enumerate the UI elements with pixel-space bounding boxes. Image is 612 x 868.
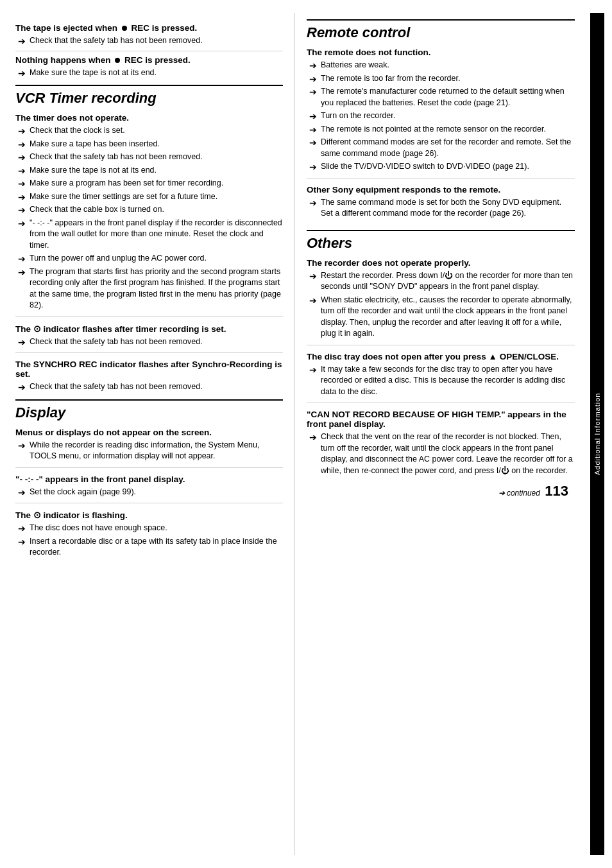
high-temp-title: "CAN NOT RECORD BECAUSE OF HIGH TEMP." a… bbox=[307, 410, 575, 429]
bullet-text: "- -:- -" appears in the front panel dis… bbox=[30, 218, 283, 252]
bullet-text: When static electricity, etc., causes th… bbox=[321, 295, 575, 340]
bullet-text: While the recorder is reading disc infor… bbox=[30, 440, 283, 462]
bullet-text: Make sure the tape is not at its end. bbox=[30, 67, 283, 79]
bullet-text: Make sure a tape has been inserted. bbox=[30, 139, 283, 150]
arrow-icon: ➔ bbox=[18, 267, 26, 277]
bullet-text: Slide the TV/DVD·VIDEO switch to DVD·VID… bbox=[321, 161, 575, 173]
vcr-timer-section-title: VCR Timer recording bbox=[15, 85, 283, 107]
bullet-text: Check that the vent on the rear of the r… bbox=[321, 431, 575, 476]
side-tab-label: Additional Information bbox=[593, 393, 601, 475]
bullet-text: Make sure a program has been set for tim… bbox=[30, 178, 283, 189]
arrow-icon: ➔ bbox=[18, 178, 26, 189]
recorder-not-operate-title: The recorder does not operate properly. bbox=[307, 258, 575, 268]
menus-not-appear-title: Menus or displays do not appear on the s… bbox=[15, 428, 283, 437]
arrow-icon: ➔ bbox=[18, 166, 26, 176]
bullet-item: ➔ The remote's manufacturer code returne… bbox=[307, 86, 575, 108]
bullet-item: ➔ "- -:- -" appears in the front panel d… bbox=[15, 218, 283, 252]
arrow-icon: ➔ bbox=[309, 198, 317, 208]
bullet-item: ➔ Turn on the recorder. bbox=[307, 110, 575, 122]
right-column: Remote control The remote does not funct… bbox=[295, 13, 590, 855]
bullet-text: Restart the recorder. Press down I/⏻ on … bbox=[321, 270, 575, 293]
tape-ejected-section: The tape is ejected when REC is pressed.… bbox=[15, 19, 283, 47]
remote-control-title: Remote control bbox=[307, 19, 575, 41]
bullet-item: ➔ Make sure the tape is not at its end. bbox=[15, 165, 283, 177]
bullet-text: Turn the power off and unplug the AC pow… bbox=[30, 253, 283, 265]
bullet-item: ➔ Batteries are weak. bbox=[307, 60, 575, 71]
bullet-item: ➔ Set the clock again (page 99). bbox=[15, 487, 283, 498]
synchro-rec-title: The SYNCHRO REC indicator flashes after … bbox=[15, 360, 283, 379]
arrow-icon: ➔ bbox=[18, 382, 26, 392]
bullet-text: Insert a recordable disc or a tape with … bbox=[30, 536, 283, 559]
bullet-item: ➔ Check that the safety tab has not been… bbox=[15, 336, 283, 348]
bullet-text: The program that starts first has priori… bbox=[30, 266, 283, 311]
bullet-item: ➔ Check that the safety tab has not been… bbox=[15, 35, 283, 47]
bullet-text: Check that the safety tab has not been r… bbox=[30, 381, 283, 393]
bullet-text: Turn on the recorder. bbox=[321, 110, 575, 122]
divider bbox=[307, 403, 575, 403]
left-column: The tape is ejected when REC is pressed.… bbox=[0, 13, 295, 855]
bullet-text: Set the clock again (page 99). bbox=[30, 487, 283, 498]
arrow-icon: ➔ bbox=[18, 68, 26, 78]
arrow-icon: ➔ bbox=[18, 537, 26, 547]
bullet-item: ➔ Make sure the timer settings are set f… bbox=[15, 191, 283, 203]
bullet-text: Check that the cable box is turned on. bbox=[30, 204, 283, 216]
bullet-item: ➔ The remote is not pointed at the remot… bbox=[307, 124, 575, 135]
divider bbox=[307, 345, 575, 345]
bullet-item: ➔ The program that starts first has prio… bbox=[15, 266, 283, 311]
divider bbox=[15, 317, 283, 317]
timer-not-operate-title: The timer does not operate. bbox=[15, 113, 283, 123]
others-section-title: Others bbox=[307, 230, 575, 252]
arrow-icon: ➔ bbox=[309, 125, 317, 135]
bullet-text: Make sure the tape is not at its end. bbox=[30, 165, 283, 177]
bullet-text: Check that the clock is set. bbox=[30, 125, 283, 137]
bullet-item: ➔ Check that the safety tab has not been… bbox=[15, 381, 283, 393]
bullet-item: ➔ Make sure the tape is not at its end. bbox=[15, 67, 283, 79]
bullet-item: ➔ The disc does not have enough space. bbox=[15, 523, 283, 534]
bullet-item: ➔ Insert a recordable disc or a tape wit… bbox=[15, 536, 283, 559]
indicator-flashing-title: The ⊙ indicator is flashing. bbox=[15, 510, 283, 520]
other-sony-title: Other Sony equipment responds to the rem… bbox=[307, 185, 575, 195]
continued-text: ➔ continued bbox=[498, 489, 540, 498]
bullet-item: ➔ Make sure a tape has been inserted. bbox=[15, 139, 283, 150]
page-number: 113 bbox=[545, 483, 568, 499]
divider bbox=[307, 178, 575, 178]
tape-ejected-title: The tape is ejected when REC is pressed. bbox=[15, 23, 283, 33]
divider bbox=[15, 503, 283, 503]
bullet-text: The disc does not have enough space. bbox=[30, 523, 283, 534]
bullet-item: ➔ Make sure a program has been set for t… bbox=[15, 178, 283, 189]
side-tab: Additional Information bbox=[590, 13, 604, 855]
bullet-text: The same command mode is set for both th… bbox=[321, 197, 575, 220]
bullet-item: ➔ Turn the power off and unplug the AC p… bbox=[15, 253, 283, 265]
bullet-item: ➔ When static electricity, etc., causes … bbox=[307, 295, 575, 340]
arrow-icon: ➔ bbox=[309, 74, 317, 84]
bullet-item: ➔ Check that the vent on the rear of the… bbox=[307, 431, 575, 476]
divider bbox=[15, 352, 283, 353]
arrow-icon: ➔ bbox=[309, 432, 317, 442]
arrow-icon: ➔ bbox=[18, 487, 26, 498]
nothing-happens-section: Nothing happens when REC is pressed. ➔ M… bbox=[15, 51, 283, 79]
remote-not-function-title: The remote does not function. bbox=[307, 48, 575, 57]
disc-tray-title: The disc tray does not open after you pr… bbox=[307, 352, 575, 361]
bullet-text: Check that the safety tab has not been r… bbox=[30, 152, 283, 163]
arrow-icon: ➔ bbox=[18, 254, 26, 264]
bullet-item: ➔ Check that the safety tab has not been… bbox=[15, 152, 283, 163]
circle-bullet bbox=[115, 58, 120, 63]
page: The tape is ejected when REC is pressed.… bbox=[0, 0, 612, 868]
bullet-item: ➔ The remote is too far from the recorde… bbox=[307, 73, 575, 85]
main-content: The tape is ejected when REC is pressed.… bbox=[0, 13, 612, 855]
arrow-icon: ➔ bbox=[309, 162, 317, 172]
arrow-icon: ➔ bbox=[18, 440, 26, 451]
nothing-happens-title: Nothing happens when REC is pressed. bbox=[15, 55, 283, 65]
bullet-item: ➔ It may take a few seconds for the disc… bbox=[307, 364, 575, 398]
display-section-title: Display bbox=[15, 399, 283, 421]
bullet-item: ➔ Restart the recorder. Press down I/⏻ o… bbox=[307, 270, 575, 293]
arrow-icon: ➔ bbox=[18, 126, 26, 136]
arrow-icon: ➔ bbox=[309, 137, 317, 148]
arrow-icon: ➔ bbox=[309, 295, 317, 306]
arrow-icon: ➔ bbox=[309, 111, 317, 121]
bullet-text: The remote's manufacturer code returned … bbox=[321, 86, 575, 108]
arrow-icon: ➔ bbox=[18, 139, 26, 150]
bullet-text: The remote is too far from the recorder. bbox=[321, 73, 575, 85]
circle-bullet bbox=[122, 26, 127, 31]
bullet-item: ➔ Check that the cable box is turned on. bbox=[15, 204, 283, 216]
